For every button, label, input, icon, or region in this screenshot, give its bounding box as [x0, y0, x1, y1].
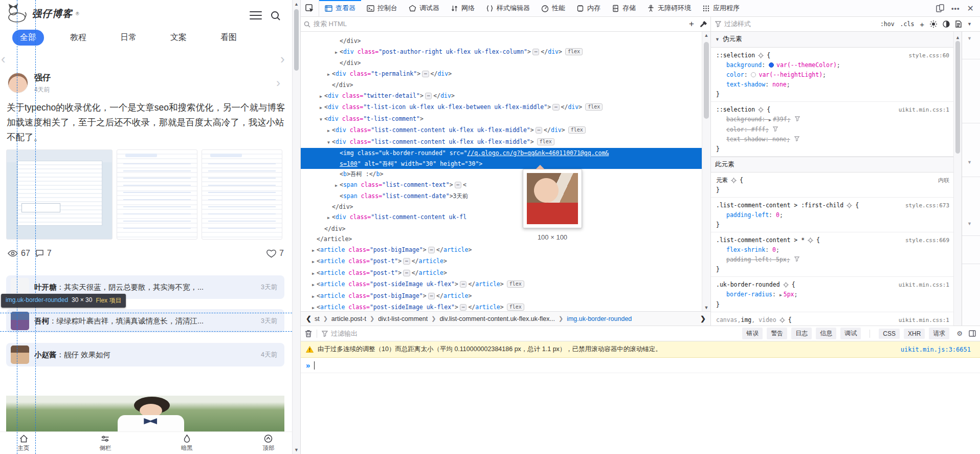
add-node-icon[interactable]: +: [689, 19, 694, 29]
flex-badge[interactable]: flex: [585, 103, 603, 111]
breadcrumb-item[interactable]: st: [315, 315, 320, 322]
css-declaration[interactable]: color: #fff;: [716, 125, 956, 135]
category-tab[interactable]: 全部: [12, 30, 44, 46]
highlight-selector-icon[interactable]: [779, 317, 785, 323]
color-swatch[interactable]: [751, 72, 756, 77]
eyedropper-icon[interactable]: [700, 20, 707, 28]
section-chevron-icon[interactable]: ▼: [967, 160, 972, 165]
console-filter-button[interactable]: 请求: [929, 328, 949, 339]
twisty-icon[interactable]: ▶: [318, 92, 324, 102]
warning-source-link[interactable]: uikit.min.js:3:6651: [901, 346, 975, 353]
css-declaration[interactable]: color: var(--heightLight);: [716, 70, 956, 80]
twisty-icon[interactable]: ▶: [325, 213, 332, 224]
inline-expander-icon[interactable]: ⋯: [422, 71, 429, 77]
console-filter-button[interactable]: 信息: [816, 328, 836, 339]
filter-output-input[interactable]: 过滤输出: [331, 329, 358, 338]
markup-scrollbar[interactable]: ▲ ▼: [702, 32, 710, 311]
pseudo-hov-button[interactable]: :hov: [880, 20, 895, 28]
tree-node[interactable]: ▶<div class="list-comment-content uk-fl⋯…: [301, 212, 702, 224]
nav-top[interactable]: 顶部: [253, 434, 284, 452]
css-rule[interactable]: .uk-border-rounded{uikit.min.css:1border…: [711, 277, 962, 312]
tree-node[interactable]: ▶<span class="list-comment-text">⋯<: [301, 180, 702, 191]
css-declaration[interactable]: border-radius: ▶5px;: [716, 290, 956, 300]
css-rule[interactable]: .list-comment-content > *{style.css:669f…: [711, 232, 962, 277]
category-tab[interactable]: 日常: [113, 30, 144, 46]
twisty-icon[interactable]: ▶: [310, 292, 317, 302]
twisty-icon[interactable]: ▶: [318, 103, 324, 114]
css-declaration[interactable]: text-shadow: none;: [716, 135, 956, 144]
twisty-icon[interactable]: ▶: [310, 257, 317, 268]
dark-theme-icon[interactable]: [943, 20, 950, 28]
rule-source-link[interactable]: uikit.min.css:1: [899, 315, 956, 325]
breadcrumb-item[interactable]: article.post-t: [331, 315, 366, 322]
twisty-icon[interactable]: ▶: [325, 126, 332, 137]
tree-node[interactable]: ▶<div class="post-author-right uk-flex u…: [301, 47, 702, 58]
highlight-selector-icon[interactable]: [783, 282, 789, 288]
tree-node[interactable]: </div>: [301, 224, 702, 234]
flex-badge[interactable]: flex: [507, 304, 524, 311]
inline-expander-icon[interactable]: ⋯: [536, 127, 542, 134]
class-cls-button[interactable]: .cls: [900, 20, 915, 28]
devtools-tab-styles[interactable]: 样式编辑器: [480, 0, 536, 16]
rule-source-link[interactable]: uikit.min.css:1: [899, 280, 956, 290]
devtools-tab-a11y[interactable]: 无障碍环境: [641, 0, 697, 16]
devtools-tab-console[interactable]: 控制台: [361, 0, 403, 16]
page-scroll-thumb[interactable]: [294, 9, 299, 71]
flex-badge[interactable]: flex: [565, 48, 583, 55]
inline-expander-icon[interactable]: ⋯: [455, 182, 461, 188]
twisty-icon[interactable]: ▶: [310, 269, 317, 279]
devtools-tab-memory[interactable]: 内存: [571, 0, 606, 16]
color-swatch[interactable]: [769, 62, 774, 68]
close-devtools-icon[interactable]: ✕: [967, 4, 974, 13]
print-media-icon[interactable]: [955, 20, 962, 28]
highlight-selector-icon[interactable]: [758, 107, 764, 113]
comment-row[interactable]: 吾柯：绿绿粽叶裹吉祥，填满真诚情意长，清清江... 3天前: [6, 309, 284, 333]
devtools-tab-perf[interactable]: 性能: [536, 0, 571, 16]
post-author[interactable]: 强仔 4天前: [8, 73, 51, 94]
highlight-selector-icon[interactable]: [758, 53, 764, 58]
post-open-chevron-icon[interactable]: ›: [276, 76, 280, 90]
scroll-up-icon[interactable]: ▲: [293, 2, 300, 7]
overridden-filter-icon[interactable]: [773, 125, 778, 135]
highlight-selector-icon[interactable]: [847, 203, 852, 208]
twisty-icon[interactable]: ▶: [325, 70, 332, 80]
tree-node[interactable]: </article>: [301, 234, 702, 245]
highlight-selector-icon[interactable]: [731, 178, 737, 183]
tree-node[interactable]: </div>: [301, 80, 702, 91]
css-declaration[interactable]: flex-shrink: 0;: [716, 245, 956, 255]
expand-value-icon[interactable]: ▶: [769, 118, 771, 122]
nav-dark[interactable]: 暗黑: [171, 434, 202, 452]
add-rule-button[interactable]: +: [920, 20, 924, 29]
sidebar-splitter-strip[interactable]: ▼ ▼ ▼: [962, 32, 980, 326]
carousel-left-arrow[interactable]: ‹: [1, 51, 6, 67]
css-declaration[interactable]: text-shadow: none;: [716, 80, 956, 90]
twisty-icon[interactable]: ▶: [310, 280, 317, 291]
inline-expander-icon[interactable]: ⋯: [428, 293, 435, 299]
tree-node[interactable]: <span class="list-comment-date">3天前: [301, 191, 702, 202]
rules-scroll-thumb[interactable]: [955, 41, 960, 154]
devtools-tab-apps[interactable]: 应用程序: [697, 0, 745, 16]
post-image-3[interactable]: [202, 149, 282, 240]
css-declaration[interactable]: background: ▶#39f;: [716, 115, 956, 125]
breadcrumb-item[interactable]: div.t-list-comment: [378, 315, 428, 322]
nav-sidebar[interactable]: 侧栏: [90, 434, 121, 452]
breadcrumb-item[interactable]: img.uk-border-rounded: [567, 315, 632, 322]
highlight-selector-icon[interactable]: [808, 237, 813, 243]
console-settings-gear-icon[interactable]: ⚙: [956, 330, 963, 337]
tree-node[interactable]: ▶<div class="list-comment-content uk-fle…: [301, 125, 702, 137]
twisty-icon[interactable]: ▶: [333, 181, 340, 191]
tree-node[interactable]: ▼<div class="t-list-comment">: [301, 114, 702, 125]
console-filter-button[interactable]: 警告: [767, 328, 787, 339]
responsive-mode-icon[interactable]: [936, 4, 944, 12]
split-editor-icon[interactable]: [969, 330, 976, 337]
inline-expander-icon[interactable]: ⋯: [532, 49, 539, 55]
post-image-1[interactable]: [6, 149, 113, 240]
css-rule[interactable]: ::selection{style.css:60background: var(…: [711, 48, 962, 102]
twisty-icon[interactable]: ▼: [318, 115, 324, 125]
devtools-tab-network[interactable]: 网络: [445, 0, 480, 16]
tree-node[interactable]: ▼<div class="list-comment-content uk-fle…: [301, 137, 702, 148]
tree-node[interactable]: ▶<div class="t-list-icon uk-flex uk-flex…: [301, 102, 702, 114]
pick-element-button[interactable]: [301, 0, 319, 16]
rules-scrollbar[interactable]: ▲: [953, 32, 962, 326]
rule-source-link[interactable]: uikit.min.css:1: [899, 105, 956, 115]
